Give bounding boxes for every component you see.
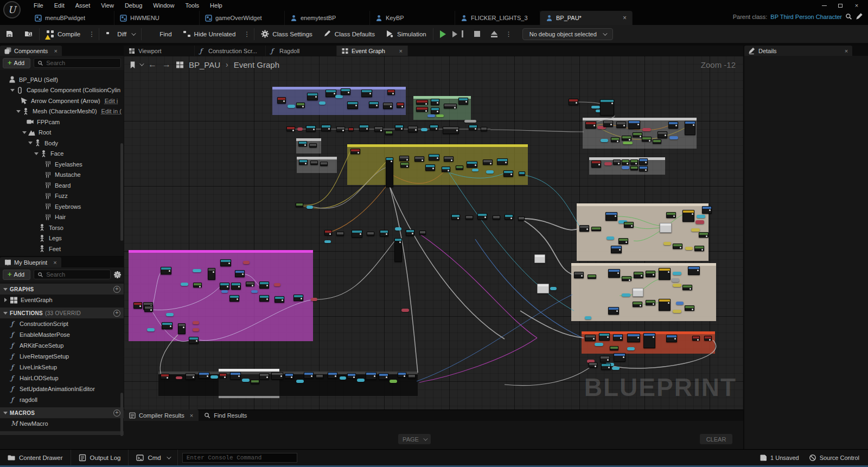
menu-window[interactable]: Window — [148, 1, 180, 10]
graph-node[interactable] — [398, 372, 406, 378]
debug-object-dropdown[interactable]: No debug object selected — [522, 28, 613, 40]
eject-button[interactable] — [486, 25, 503, 43]
graph-node[interactable] — [569, 99, 578, 105]
menu-help[interactable]: Help — [205, 1, 228, 10]
graph-node[interactable] — [585, 121, 596, 129]
graph-node[interactable] — [220, 259, 231, 266]
breadcrumb-current[interactable]: Event Graph — [234, 60, 279, 69]
graph-pin-pill[interactable] — [401, 309, 409, 312]
graph-pin-pill[interactable] — [296, 380, 304, 383]
simulation-button[interactable]: Simulation — [380, 25, 432, 43]
bp-item-liveretargetsetup[interactable]: ƒLiveRetargetSetup — [0, 351, 124, 362]
tab-components[interactable]: Components × — [0, 46, 62, 56]
graph-pin-pill[interactable] — [193, 269, 201, 272]
bp-item-arkitfacesetup[interactable]: ƒARKitFaceSetup — [0, 340, 124, 351]
graph-node[interactable] — [379, 373, 388, 380]
graph-node[interactable] — [613, 334, 623, 341]
graph-pin-pill[interactable] — [181, 283, 188, 286]
graph-pin-pill[interactable] — [193, 328, 199, 331]
graph-pin-pill[interactable] — [319, 101, 326, 105]
compile-options-button[interactable]: ⋮ — [86, 30, 98, 38]
graph-node[interactable] — [493, 215, 500, 220]
graph-node[interactable] — [178, 323, 186, 334]
graph-node[interactable] — [642, 137, 652, 142]
tree-item-legs[interactable]: Legs — [0, 233, 124, 244]
tree-item-mesh-charactermesh0-[interactable]: Mesh (CharacterMesh0)Edit in ( — [0, 106, 124, 117]
bp-item-enablemasterpose[interactable]: ƒEnableMasterPose — [0, 329, 124, 340]
graph-pin-pill[interactable] — [685, 247, 693, 250]
graph-node[interactable] — [367, 232, 374, 236]
settings-gear-icon[interactable] — [114, 271, 121, 278]
graph-pin-pill[interactable] — [335, 95, 343, 98]
graph-node[interactable] — [518, 216, 525, 221]
graph-node[interactable] — [336, 126, 345, 132]
graph-pin-pill[interactable] — [550, 287, 557, 290]
tree-item-body[interactable]: Body — [0, 138, 124, 149]
graph-pin-pill[interactable] — [591, 106, 600, 108]
section-add-icon[interactable]: + — [113, 286, 120, 293]
graph-node[interactable] — [220, 283, 229, 290]
graph-node[interactable] — [682, 210, 694, 222]
graph-node[interactable] — [503, 170, 513, 177]
asset-tab-flicker_lights_3[interactable]: FLICKER_LIGHTS_3 — [455, 11, 540, 25]
minimize-icon[interactable] — [817, 1, 831, 10]
graph-node[interactable] — [481, 127, 487, 131]
graph-node[interactable] — [605, 212, 617, 221]
graph-node[interactable] — [251, 380, 259, 384]
graph-pin-pill[interactable] — [486, 170, 494, 174]
section-add-icon[interactable]: + — [113, 410, 120, 417]
tree-item-feet[interactable]: Feet — [0, 244, 124, 254]
breadcrumb-root[interactable]: BP_PAU — [189, 60, 220, 69]
event-graph-canvas[interactable]: BLUEPRINT ← → BP_PAU › Event Graph Zoom … — [124, 56, 743, 410]
graph-node[interactable] — [699, 232, 709, 238]
graph-node[interactable] — [161, 374, 169, 379]
tab-my-blueprint[interactable]: My Blueprint × — [0, 257, 61, 267]
graph-node[interactable] — [465, 215, 473, 220]
graph-node[interactable] — [347, 373, 356, 379]
class-settings-button[interactable]: Class Settings — [256, 25, 318, 43]
graph-pin-pill[interactable] — [601, 139, 608, 142]
forward-button[interactable]: → — [162, 60, 171, 69]
add-component-button[interactable]: +Add — [3, 58, 30, 68]
graph-node[interactable] — [704, 336, 712, 341]
bp-item-newmacro[interactable]: MNewMacro — [0, 418, 124, 429]
compile-button[interactable]: Compile — [41, 25, 86, 43]
graph-pin-pill[interactable] — [395, 227, 401, 231]
menu-asset[interactable]: Asset — [70, 1, 96, 10]
graph-node[interactable] — [537, 284, 549, 293]
graph-node[interactable] — [685, 121, 695, 135]
graph-node[interactable] — [589, 362, 597, 368]
graph-node[interactable] — [336, 232, 344, 236]
graph-tab-construction-scr-[interactable]: ƒConstruction Scr... — [195, 46, 266, 56]
graph-node[interactable] — [610, 346, 618, 350]
graph-pin-pill[interactable] — [147, 328, 155, 331]
graph-node[interactable] — [628, 120, 640, 129]
graph-pin-pill[interactable] — [663, 242, 671, 245]
graph-node[interactable] — [673, 244, 682, 249]
tab-find-results[interactable]: Find Results — [199, 410, 252, 421]
expand-arrow-icon[interactable] — [10, 89, 15, 92]
stop-button[interactable] — [469, 25, 486, 43]
graph-node[interactable] — [622, 159, 629, 165]
unsaved-status[interactable]: 1 Unsaved — [760, 454, 799, 462]
graph-node[interactable] — [646, 271, 655, 277]
graph-node[interactable] — [442, 167, 450, 172]
graph-node[interactable] — [326, 89, 336, 97]
graph-node[interactable] — [505, 214, 513, 220]
tree-item-face[interactable]: Face — [0, 149, 124, 159]
bookmark-icon[interactable] — [129, 61, 136, 68]
graph-node[interactable] — [579, 225, 589, 232]
graph-node[interactable] — [320, 162, 328, 166]
graph-node[interactable] — [627, 334, 640, 342]
graph-node[interactable] — [186, 373, 195, 380]
play-button[interactable] — [435, 25, 451, 43]
graph-pin-pill[interactable] — [673, 284, 681, 287]
tree-item-fuzz[interactable]: Fuzz — [0, 191, 124, 202]
graph-tab-viewport[interactable]: Viewport — [124, 46, 195, 56]
graph-node[interactable] — [208, 268, 215, 280]
tree-item-eyelashes[interactable]: Eyelashes — [0, 159, 124, 170]
graph-node[interactable] — [603, 120, 613, 127]
step-frame-button[interactable] — [451, 25, 469, 43]
graph-node[interactable] — [611, 246, 622, 253]
graph-node[interactable] — [694, 246, 704, 251]
